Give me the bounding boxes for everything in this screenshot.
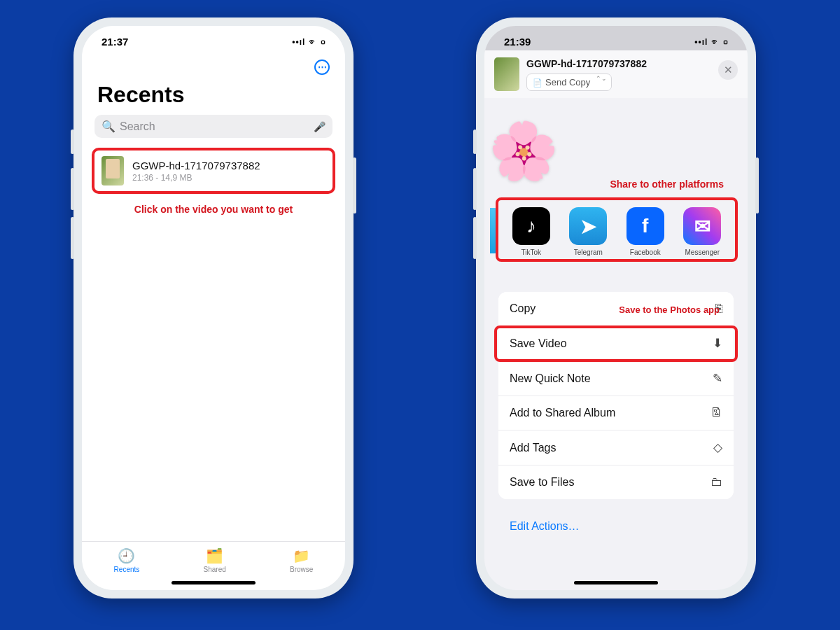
phone-left: 21:37 ••ıl ᯤ ▢ ⋯ Recents 🔍 Search 🎤 GGWP… (74, 18, 354, 598)
facebook-icon: f (626, 207, 664, 245)
vol-up (473, 168, 477, 210)
status-icons: ••ıl ᯤ ▢ (694, 37, 728, 47)
phone-right: 21:39 ••ıl ᯤ ▢ GGWP-hd-1717079737882 Sen… (476, 18, 756, 598)
telegram-icon: ➤ (569, 207, 607, 245)
status-bar: 21:39 ••ıl ᯤ ▢ (484, 26, 748, 50)
share-header: GGWP-hd-1717079737882 Send Copy ✕ (484, 50, 748, 98)
screen-share-sheet: 21:39 ••ıl ᯤ ▢ GGWP-hd-1717079737882 Sen… (484, 26, 748, 590)
screen-files: 21:37 ••ıl ᯤ ▢ ⋯ Recents 🔍 Search 🎤 GGWP… (82, 26, 345, 590)
home-indicator[interactable] (172, 581, 255, 584)
action-shared-album[interactable]: Add to Shared Album 🖻 (498, 396, 734, 430)
time: 21:39 (504, 36, 531, 48)
app-telegram[interactable]: ➤ Telegram (564, 207, 612, 256)
file-name: GGWP-hd-1717079737882 (132, 160, 260, 172)
mute-switch (473, 130, 477, 154)
album-icon: 🖻 (710, 406, 722, 420)
action-save-files[interactable]: Save to Files 🗀 (498, 465, 734, 499)
share-apps-row: ♪ TikTok ➤ Telegram f Facebook ✉ Messeng… (496, 197, 738, 262)
app-facebook[interactable]: f Facebook (622, 207, 669, 256)
search-placeholder: Search (120, 120, 314, 133)
power-button (755, 158, 759, 214)
tab-bar: 🕘 Recents 🗂️ Shared 📁 Browse (82, 541, 345, 573)
folder-icon: 🗀 (710, 475, 722, 489)
annotation-click-video: Click on the video you want to get (82, 204, 345, 215)
share-file-name: GGWP-hd-1717079737882 (526, 58, 647, 69)
tiktok-icon: ♪ (512, 207, 550, 245)
folder-icon: 📁 (293, 547, 310, 564)
actions-list: Copy ⎘ Save Video ⬇︎ New Quick Note ✎ Ad… (498, 292, 734, 499)
status-bar: 21:37 ••ıl ᯤ ▢ (82, 26, 345, 50)
search-icon: 🔍 (102, 120, 115, 133)
tab-shared[interactable]: 🗂️ Shared (204, 547, 226, 573)
more-button[interactable]: ⋯ (314, 59, 330, 75)
vol-down (473, 217, 477, 259)
file-meta: 21:36 - 14,9 MB (132, 173, 260, 183)
edit-actions-link[interactable]: Edit Actions… (510, 520, 580, 533)
folder-shared-icon: 🗂️ (206, 547, 223, 564)
flower-sticker: 🌸 (489, 118, 559, 184)
tab-browse[interactable]: 📁 Browse (290, 547, 313, 573)
search-input[interactable]: 🔍 Search 🎤 (94, 115, 332, 138)
annotation-share-platforms: Share to other platforms (610, 178, 724, 190)
app-messenger[interactable]: ✉ Messenger (678, 207, 726, 256)
page-title: Recents (82, 50, 345, 115)
app-tiktok[interactable]: ♪ TikTok (507, 207, 555, 256)
video-thumbnail (102, 156, 124, 186)
tab-recents[interactable]: 🕘 Recents (114, 547, 140, 573)
time: 21:37 (102, 36, 128, 48)
status-icons: ••ıl ᯤ ▢ (292, 37, 326, 47)
video-thumbnail (494, 57, 519, 91)
action-add-tags[interactable]: Add Tags ◇ (498, 430, 734, 465)
vol-down (71, 217, 74, 259)
mic-icon[interactable]: 🎤 (314, 121, 326, 132)
annotation-save-photos: Save to the Photos app (619, 304, 720, 315)
messenger-icon: ✉ (683, 207, 721, 245)
home-indicator[interactable] (574, 581, 658, 584)
note-icon: ✎ (713, 371, 722, 386)
file-row[interactable]: GGWP-hd-1717079737882 21:36 - 14,9 MB (92, 148, 335, 194)
action-quick-note[interactable]: New Quick Note ✎ (498, 361, 734, 396)
tag-icon: ◇ (713, 440, 722, 455)
power-button (353, 158, 356, 214)
send-copy-selector[interactable]: Send Copy (526, 74, 612, 91)
download-icon: ⬇︎ (713, 336, 722, 351)
action-save-video[interactable]: Save Video ⬇︎ (498, 326, 734, 361)
clock-icon: 🕘 (118, 547, 135, 564)
mute-switch (71, 130, 74, 154)
close-button[interactable]: ✕ (718, 60, 738, 80)
vol-up (71, 168, 74, 210)
